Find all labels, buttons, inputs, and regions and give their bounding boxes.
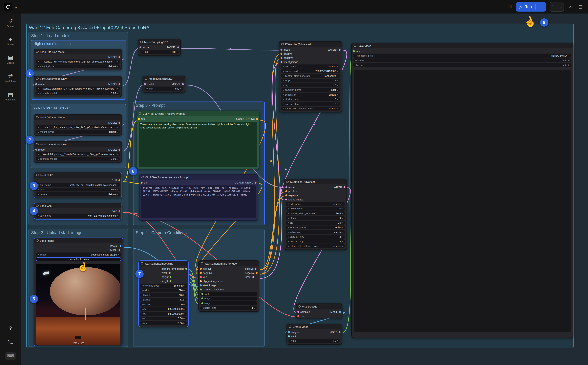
increase-arrow-icon[interactable]: ▶: [183, 317, 186, 320]
decrease-arrow-icon[interactable]: ◀: [141, 284, 144, 287]
slot-dot-icon[interactable]: [256, 118, 258, 120]
widget-row[interactable]: ◀ height ▶: [200, 297, 257, 301]
group-title[interactable]: Step 2 - Upload start_image: [29, 229, 128, 236]
decrease-arrow-icon[interactable]: ◀: [354, 64, 358, 66]
widget-row[interactable]: ◀ return_with_leftover_noise disable ▶: [286, 244, 345, 248]
node-header[interactable]: WanCameraImageToVideo: [199, 261, 259, 266]
input-slot[interactable]: vae: [200, 275, 224, 279]
widget-row[interactable]: ◀ fy 0.500000000 ▶: [140, 312, 187, 316]
output-slot[interactable]: IMAGE: [330, 310, 341, 314]
widget-row[interactable]: ◀ width ▶: [200, 292, 257, 296]
node-header[interactable]: Load Image: [34, 238, 122, 243]
slot-dot-icon[interactable]: [35, 83, 37, 85]
widget-row[interactable]: ◀ cy 0.50 ▶: [140, 321, 187, 325]
decrease-arrow-icon[interactable]: ◀: [146, 87, 149, 90]
widget-row[interactable]: ◀ return_with_leftover_noise enable ▶: [281, 107, 340, 111]
batch-decrement-icon[interactable]: ▾: [560, 7, 562, 9]
slot-dot-icon[interactable]: [119, 179, 120, 181]
node-load-diffusion-model-high[interactable]: Load Diffusion Model MODEL ◀ wan2.2_fun_…: [34, 49, 122, 70]
increase-arrow-icon[interactable]: ▶: [336, 79, 339, 82]
increase-arrow-icon[interactable]: ▶: [341, 208, 344, 210]
slot-dot-icon[interactable]: [256, 272, 258, 274]
increase-arrow-icon[interactable]: ▶: [183, 308, 186, 310]
input-slot[interactable]: vae: [297, 314, 310, 318]
slot-dot-icon[interactable]: [339, 311, 341, 313]
decrease-arrow-icon[interactable]: ◀: [141, 51, 144, 53]
widget-row[interactable]: ◀ scheduler simple ▶: [286, 230, 345, 234]
node-create-video[interactable]: Create Video imagesaudio VIDEO ◀ fps 16 …: [287, 324, 342, 344]
input-slot[interactable]: samples: [297, 310, 310, 314]
widget-row[interactable]: ◀ device default ▶: [36, 192, 120, 196]
decrease-arrow-icon[interactable]: ◀: [282, 103, 285, 105]
collapse-dot-icon[interactable]: [141, 176, 144, 178]
input-slot[interactable]: video: [353, 49, 362, 53]
increase-arrow-icon[interactable]: ▶: [336, 84, 339, 86]
group-title[interactable]: Step 1 - Load models: [29, 32, 128, 39]
decrease-arrow-icon[interactable]: ◀: [37, 253, 40, 256]
slot-dot-icon[interactable]: [120, 245, 122, 247]
sidebar-item[interactable]: ▤ Templates: [5, 91, 16, 101]
widget-row[interactable]: ◀ cfg 1.0 ▶: [286, 221, 345, 225]
node-header[interactable]: KSampler (Advanced): [284, 179, 346, 184]
slot-dot-icon[interactable]: [119, 249, 121, 251]
decrease-arrow-icon[interactable]: ◀: [282, 93, 285, 96]
slot-dot-icon[interactable]: [353, 50, 355, 52]
input-slot[interactable]: latent_image: [285, 197, 303, 202]
collapse-dot-icon[interactable]: [140, 41, 143, 43]
input-slot[interactable]: model: [35, 82, 45, 86]
increase-arrow-icon[interactable]: ▶: [116, 188, 119, 191]
slot-dot-icon[interactable]: [185, 268, 187, 270]
slot-dot-icon[interactable]: [144, 83, 146, 85]
slot-dot-icon[interactable]: [35, 149, 37, 151]
decrease-arrow-icon[interactable]: ◀: [141, 308, 144, 310]
increase-arrow-icon[interactable]: ▶: [341, 240, 344, 243]
decrease-arrow-icon[interactable]: ◀: [37, 214, 40, 217]
output-slot[interactable]: CLIP: [112, 178, 120, 182]
widget-row[interactable]: ◀ width 720 ▶: [140, 288, 187, 292]
node-load-diffusion-model-low[interactable]: Load Diffusion Model MODEL ◀ wan2.2_fun_…: [34, 114, 122, 136]
node-model-sampling-sd3-high[interactable]: ModelSamplingSD3 model MODEL ◀ shift 8.0…: [138, 39, 181, 56]
node-clip-text-encode-positive[interactable]: CLIP Text Encode (Positive Prompt) clip …: [136, 111, 259, 169]
widget-row[interactable]: ◀ shift 8.00 ▶: [140, 50, 179, 54]
collapse-dot-icon[interactable]: [36, 143, 38, 145]
widget-row[interactable]: ◀ height 720 ▶: [140, 293, 187, 297]
slot-dot-icon[interactable]: [285, 186, 287, 188]
decrease-arrow-icon[interactable]: ◀: [287, 217, 290, 219]
output-slot[interactable]: camera_embedding: [162, 267, 187, 271]
increase-arrow-icon[interactable]: ▶: [341, 217, 344, 219]
input-slot[interactable]: camera_conditions: [200, 288, 224, 292]
input-slot[interactable]: clip: [138, 117, 145, 121]
increase-arrow-icon[interactable]: ▶: [175, 51, 178, 53]
increase-arrow-icon[interactable]: ▶: [116, 214, 119, 217]
input-slot[interactable]: model: [144, 82, 154, 86]
decrease-arrow-icon[interactable]: ◀: [282, 84, 285, 86]
decrease-arrow-icon[interactable]: ◀: [287, 236, 290, 238]
slot-dot-icon[interactable]: [169, 272, 171, 274]
collapse-dot-icon[interactable]: [36, 50, 38, 53]
batch-count-stepper[interactable]: 1 ▴ ▾: [550, 2, 564, 12]
decrease-arrow-icon[interactable]: ◀: [141, 317, 144, 320]
output-slot[interactable]: MODEL: [108, 147, 120, 152]
node-wan-camera-image-to-video[interactable]: WanCameraImageToVideo positivenegativeva…: [198, 260, 259, 312]
widget-row[interactable]: ◀ control_after_generate randomize ▶: [281, 74, 340, 78]
decrease-arrow-icon[interactable]: ◀: [37, 158, 40, 160]
node-header[interactable]: Create Video: [287, 324, 342, 329]
widget-row[interactable]: ◀ choose file to upload ▶: [36, 257, 121, 261]
increase-arrow-icon[interactable]: ▶: [183, 313, 186, 315]
sidebar-bottom-item[interactable]: ⌨: [5, 352, 15, 360]
increase-arrow-icon[interactable]: ▶: [567, 64, 570, 66]
node-header[interactable]: Save Video: [352, 43, 573, 48]
increase-arrow-icon[interactable]: ▶: [179, 87, 182, 90]
slot-dot-icon[interactable]: [255, 268, 257, 270]
decrease-arrow-icon[interactable]: ◀: [282, 75, 285, 77]
decrease-arrow-icon[interactable]: ◀: [287, 245, 290, 247]
output-slot[interactable]: LATENT: [333, 185, 345, 189]
widget-row[interactable]: ◀ clip_name umt5_xxl_fp8_e4m3fn_scaled.s…: [36, 183, 120, 187]
slot-dot-icon[interactable]: [200, 276, 202, 278]
output-slot[interactable]: MODEL: [108, 55, 120, 59]
increase-arrow-icon[interactable]: ▶: [341, 212, 344, 214]
collapse-dot-icon[interactable]: [36, 174, 38, 176]
widget-row[interactable]: ◀ wan2.2_fun_camera_low_noise_14B_fp8_sc…: [36, 125, 120, 129]
run-options-chevron-icon[interactable]: ⌄: [538, 5, 543, 9]
node-vae-decode[interactable]: VAE Decode samplesvae IMAGE: [296, 303, 342, 318]
